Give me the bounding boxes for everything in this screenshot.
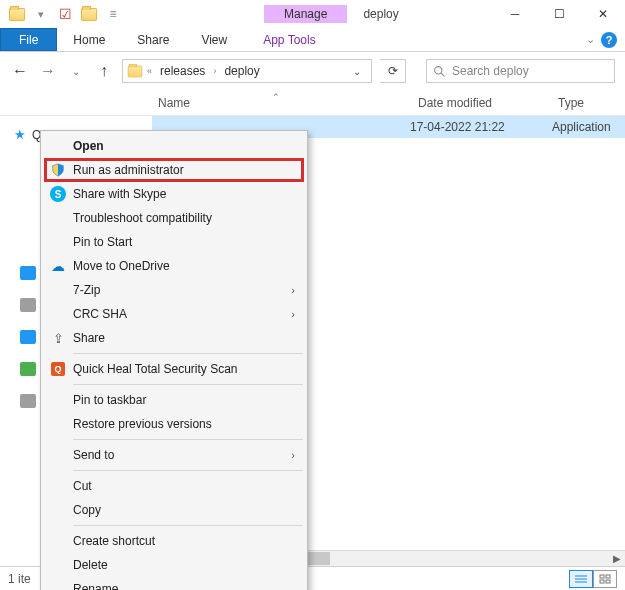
menu-crc-sha[interactable]: CRC SHA› xyxy=(43,302,305,326)
svg-rect-6 xyxy=(606,575,610,578)
breadcrumb-releases[interactable]: releases xyxy=(156,64,209,78)
row-type: Application xyxy=(552,120,611,134)
menu-share[interactable]: ⇪ Share xyxy=(43,326,305,350)
share-tab[interactable]: Share xyxy=(121,28,185,51)
search-placeholder: Search deploy xyxy=(452,64,529,78)
svg-point-0 xyxy=(435,66,442,73)
ribbon-tabs: File Home Share View App Tools ⌄ ? xyxy=(0,28,625,52)
maximize-button[interactable]: ☐ xyxy=(537,0,581,28)
cloud-icon: ☁ xyxy=(49,257,67,275)
menu-restore-previous[interactable]: Restore previous versions xyxy=(43,412,305,436)
drive-icon[interactable] xyxy=(20,330,36,344)
drive-icon[interactable] xyxy=(20,394,36,408)
column-type[interactable]: Type xyxy=(558,96,584,110)
menu-rename[interactable]: Rename xyxy=(43,577,305,590)
properties-qat-icon[interactable]: ☑ xyxy=(54,3,76,25)
search-box[interactable]: Search deploy xyxy=(426,59,615,83)
menu-pin-taskbar[interactable]: Pin to taskbar xyxy=(43,388,305,412)
forward-button[interactable]: → xyxy=(38,62,58,80)
large-icons-view-button[interactable] xyxy=(593,570,617,588)
title-bar: ▾ ☑ ≡ Manage deploy ─ ☐ ✕ xyxy=(0,0,625,28)
app-tools-tab[interactable]: App Tools xyxy=(247,28,331,51)
view-tab[interactable]: View xyxy=(185,28,243,51)
share-icon: ⇪ xyxy=(49,329,67,347)
details-view-button[interactable] xyxy=(569,570,593,588)
menu-separator xyxy=(73,525,303,526)
menu-troubleshoot[interactable]: Troubleshoot compatibility xyxy=(43,206,305,230)
address-dropdown-icon[interactable]: ⌄ xyxy=(347,66,367,77)
minimize-button[interactable]: ─ xyxy=(493,0,537,28)
address-bar[interactable]: « releases › deploy ⌄ xyxy=(122,59,372,83)
menu-send-to[interactable]: Send to› xyxy=(43,443,305,467)
menu-separator xyxy=(73,384,303,385)
menu-separator xyxy=(73,439,303,440)
chevron-right-icon: › xyxy=(291,308,295,320)
recent-locations-icon[interactable]: ⌄ xyxy=(66,66,86,77)
search-icon xyxy=(433,65,446,78)
menu-separator xyxy=(73,470,303,471)
skype-icon: S xyxy=(49,185,67,203)
refresh-button[interactable]: ⟳ xyxy=(380,59,406,83)
menu-create-shortcut[interactable]: Create shortcut xyxy=(43,529,305,553)
row-date: 17-04-2022 21:22 xyxy=(410,120,505,134)
chevron-right-icon: › xyxy=(291,284,295,296)
menu-copy[interactable]: Copy xyxy=(43,498,305,522)
back-button[interactable]: ← xyxy=(10,62,30,80)
chevron-right-icon: › xyxy=(291,449,295,461)
svg-rect-7 xyxy=(600,580,604,583)
home-tab[interactable]: Home xyxy=(57,28,121,51)
navigation-bar: ← → ⌄ ↑ « releases › deploy ⌄ ⟳ Search d… xyxy=(0,52,625,90)
this-pc-icon[interactable] xyxy=(20,298,36,312)
contextual-tab-group: Manage xyxy=(264,5,347,23)
folder-icon[interactable] xyxy=(6,3,28,25)
menu-quickheal-scan[interactable]: Q Quick Heal Total Security Scan xyxy=(43,357,305,381)
svg-line-1 xyxy=(441,73,444,76)
close-button[interactable]: ✕ xyxy=(581,0,625,28)
sidebar-truncated-icons xyxy=(20,266,36,580)
menu-7zip[interactable]: 7-Zip› xyxy=(43,278,305,302)
item-count: 1 ite xyxy=(8,572,31,586)
chevron-right-icon[interactable]: « xyxy=(147,66,152,76)
window-title: deploy xyxy=(363,7,398,21)
column-headers: Name ⌃ Date modified Type xyxy=(0,90,625,116)
svg-rect-8 xyxy=(606,580,610,583)
ribbon-collapse-icon[interactable]: ⌄ xyxy=(586,33,595,46)
menu-separator xyxy=(73,353,303,354)
window-controls: ─ ☐ ✕ xyxy=(493,0,625,28)
menu-move-onedrive[interactable]: ☁ Move to OneDrive xyxy=(43,254,305,278)
up-button[interactable]: ↑ xyxy=(94,62,114,80)
chevron-right-icon[interactable]: › xyxy=(213,66,216,76)
menu-delete[interactable]: Delete xyxy=(43,553,305,577)
scroll-right-icon[interactable]: ▶ xyxy=(609,551,625,566)
onedrive-icon[interactable] xyxy=(20,266,36,280)
address-folder-icon xyxy=(128,65,142,77)
menu-cut[interactable]: Cut xyxy=(43,474,305,498)
context-menu: Open Run as administrator S Share with S… xyxy=(40,130,308,590)
details-view-icon xyxy=(575,574,587,584)
column-date[interactable]: Date modified xyxy=(418,96,558,110)
quickheal-icon: Q xyxy=(49,360,67,378)
help-icon[interactable]: ? xyxy=(601,32,617,48)
manage-tab-header: Manage xyxy=(264,5,347,23)
star-icon: ★ xyxy=(14,127,26,142)
folder-icon-2[interactable] xyxy=(78,3,100,25)
svg-rect-5 xyxy=(600,575,604,578)
menu-share-skype[interactable]: S Share with Skype xyxy=(43,182,305,206)
drive-icon[interactable] xyxy=(20,362,36,376)
shield-icon xyxy=(49,161,67,179)
column-name[interactable]: Name xyxy=(158,96,418,110)
menu-pin-start[interactable]: Pin to Start xyxy=(43,230,305,254)
qat-dropdown-icon[interactable]: ▾ xyxy=(30,3,52,25)
breadcrumb-deploy[interactable]: deploy xyxy=(220,64,263,78)
grid-view-icon xyxy=(599,574,611,584)
qat-overflow-icon[interactable]: ≡ xyxy=(102,3,124,25)
sort-asc-icon: ⌃ xyxy=(272,92,280,102)
file-tab[interactable]: File xyxy=(0,28,57,51)
menu-run-as-administrator[interactable]: Run as administrator xyxy=(43,158,305,182)
quick-access-toolbar: ▾ ☑ ≡ xyxy=(0,3,124,25)
menu-open[interactable]: Open xyxy=(43,134,305,158)
